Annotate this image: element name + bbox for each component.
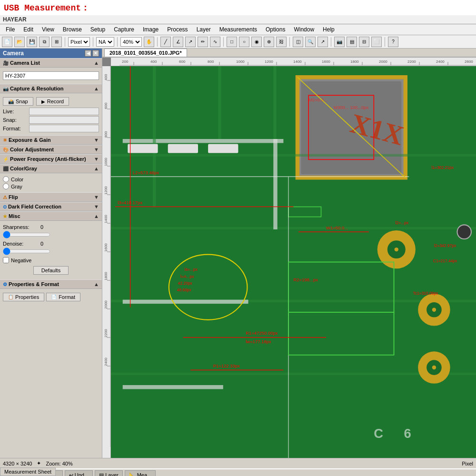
flip-collapse[interactable]: ▼ [94, 194, 99, 200]
calib-btn[interactable]: ◫ [293, 37, 303, 47]
live-input[interactable] [29, 108, 99, 115]
exposure-label: Exposure & Gain [9, 137, 51, 143]
camera-list-collapse[interactable]: ▲ [94, 60, 99, 66]
menu-browse[interactable]: Browse [59, 25, 86, 34]
svg-text:1400: 1400 [293, 60, 302, 64]
color-adj-header[interactable]: 🎨 Color Adjustment ▼ [0, 145, 102, 154]
grid-btn[interactable]: ⊞ [51, 37, 62, 47]
menu-bar[interactable]: File Edit View Browse Setup Capture Imag… [0, 24, 476, 35]
denoise-val: 0 [34, 241, 43, 247]
menu-capture[interactable]: Capture [110, 25, 138, 34]
menu-process[interactable]: Process [163, 25, 191, 34]
snap2-btn[interactable]: 📷 [334, 37, 345, 47]
svg-text:2400: 2400 [436, 60, 445, 64]
format-btn[interactable]: 📄 Format [46, 293, 80, 301]
menu-measurements[interactable]: Measurements [216, 25, 261, 34]
props-format-collapse[interactable]: ▲ [94, 281, 99, 287]
misc-label: Misc [9, 213, 20, 219]
color-gray-collapse[interactable]: ▲ [94, 166, 99, 171]
snap-row: Snap: [3, 116, 99, 124]
negative-checkbox[interactable] [3, 257, 9, 263]
copy-btn[interactable]: ⧉ [39, 37, 50, 47]
line-btn[interactable]: ╱ [160, 37, 171, 47]
main-tab[interactable]: 2018_0101_003554_010.JPG* [104, 49, 187, 57]
denoise-slider[interactable] [3, 248, 50, 255]
title-bar: USB Measurement： [0, 0, 476, 15]
svg-text:200: 200 [122, 60, 129, 64]
menu-file[interactable]: File [2, 25, 19, 34]
dark-field-collapse[interactable]: ▼ [94, 204, 99, 209]
pixel-select[interactable]: Pixel [68, 37, 90, 47]
taskbar-layer[interactable]: ▤ Layer [95, 470, 123, 476]
panel-pin-btn[interactable]: ◀ [85, 50, 91, 57]
live-label: Live: [3, 109, 29, 114]
rect-btn[interactable]: □ [227, 37, 237, 47]
color-gray-header[interactable]: ⬛ Color/Gray ▲ [0, 164, 102, 173]
denoise-row: Denoise: 0 [3, 241, 99, 247]
menu-setup[interactable]: Setup [87, 25, 109, 34]
chain-btn[interactable]: ⛓ [276, 37, 287, 47]
camera-list-header[interactable]: 🎥 Camera List ▲ [0, 58, 102, 68]
exposure-collapse[interactable]: ▼ [94, 137, 99, 143]
snap-btn[interactable]: 📸 Snap [3, 97, 33, 106]
capture-collapse[interactable]: ▲ [94, 86, 99, 91]
power-freq-collapse[interactable]: ▼ [94, 156, 99, 162]
curve-btn[interactable]: ∿ [210, 37, 220, 47]
taskbar-mea[interactable]: 📐 Mea... [125, 470, 156, 476]
open-btn[interactable]: 📂 [14, 37, 25, 47]
props-format-header[interactable]: ⚙ Properties & Format ▲ [0, 279, 102, 289]
svg-text:1000: 1000 [104, 158, 108, 166]
menu-window[interactable]: Window [290, 25, 318, 34]
menu-help[interactable]: Help [319, 25, 338, 34]
svg-text:2200: 2200 [407, 60, 416, 64]
gray-radio[interactable] [3, 183, 9, 189]
canvas-area[interactable]: 200 400 600 800 1000 1200 1400 1600 [102, 58, 476, 458]
record-btn[interactable]: ▶ Record [36, 97, 69, 106]
pan-btn[interactable]: ✋ [144, 37, 154, 47]
zoom-select[interactable]: 40% [120, 37, 142, 47]
taskbar-undo[interactable]: ↩ Und... [65, 470, 93, 476]
na-select[interactable]: NA [96, 37, 114, 47]
save-btn[interactable]: 💾 [27, 37, 37, 47]
pen-btn[interactable]: ✏ [198, 37, 208, 47]
angle-btn[interactable]: ∠ [173, 37, 183, 47]
color-radio[interactable] [3, 176, 9, 182]
menu-layer[interactable]: Layer [193, 25, 215, 34]
misc-header[interactable]: ★ Misc ▲ [0, 211, 102, 221]
snap-field-input[interactable] [29, 116, 99, 124]
dark-field-header[interactable]: ⊙ Dark Field Correction ▼ [0, 202, 102, 211]
capture-header[interactable]: 📷 Capture & Resolution ▲ [0, 84, 102, 93]
svg-text:800: 800 [208, 60, 214, 64]
exposure-header[interactable]: ☀ Exposure & Gain ▼ [0, 135, 102, 145]
ruler-top: 200 400 600 800 1000 1200 1400 1600 [111, 58, 476, 66]
menu-edit[interactable]: Edit [20, 25, 37, 34]
export-btn[interactable]: ↗ [317, 37, 328, 47]
panel-close-btn[interactable]: ✕ [92, 50, 99, 57]
zoom-in-btn[interactable]: 🔍 [305, 37, 316, 47]
misc-btn[interactable]: ⬜ [371, 37, 382, 47]
sharpness-slider[interactable] [3, 231, 50, 238]
align-btn[interactable]: ⊟ [359, 37, 369, 47]
layers-btn[interactable]: ▤ [347, 37, 357, 47]
help-btn[interactable]: ? [388, 37, 398, 47]
arrow-btn[interactable]: ↗ [185, 37, 196, 47]
misc-collapse[interactable]: ▲ [94, 213, 99, 219]
image-container[interactable]: X1X M2=0.0... M300... 100...0px [111, 66, 476, 458]
flip-header[interactable]: ⚠ Flip ▼ [0, 192, 102, 202]
properties-btn[interactable]: 📋 Properties [3, 293, 44, 301]
defaults-btn[interactable]: Defaults [33, 266, 69, 275]
menu-options[interactable]: Options [262, 25, 289, 34]
new-btn[interactable]: 📄 [2, 37, 12, 47]
menu-image[interactable]: Image [139, 25, 162, 34]
svg-text:l1=302.21px: l1=302.21px [432, 165, 454, 170]
measure-btn[interactable]: ⊕ [264, 37, 274, 47]
power-freq-header[interactable]: ⚡ Power Frequency (Anti-flicker) ▼ [0, 154, 102, 164]
color-adj-collapse[interactable]: ▼ [94, 147, 99, 152]
circle-btn[interactable]: ◉ [251, 37, 262, 47]
center-area: 2018_0101_003554_010.JPG* 200 400 600 80… [102, 49, 476, 458]
svg-text:2400: 2400 [104, 357, 108, 366]
measurement-sheet-tab[interactable]: Measurement Sheet [0, 467, 56, 476]
ellipse-btn[interactable]: ○ [239, 37, 249, 47]
format-input[interactable] [29, 125, 99, 132]
menu-view[interactable]: View [38, 25, 58, 34]
